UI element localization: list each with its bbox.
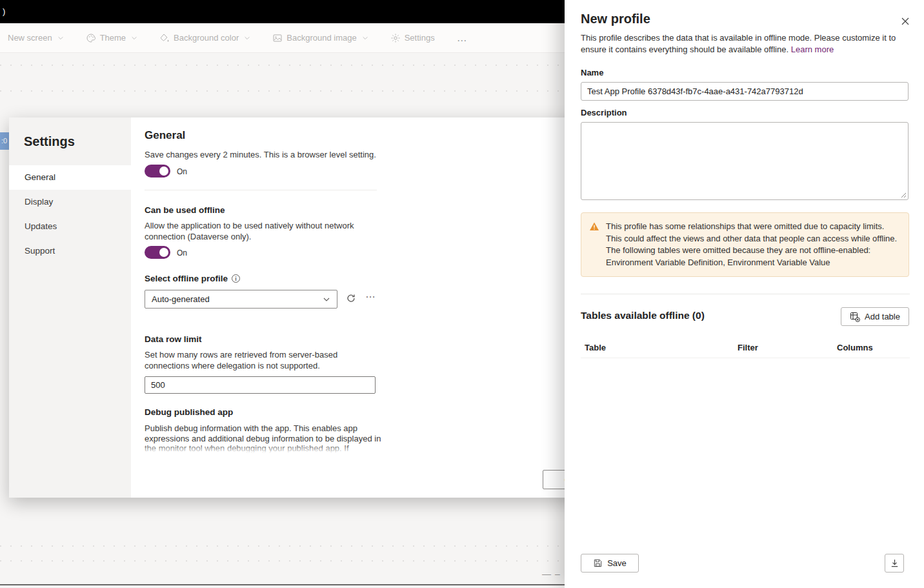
chevron-down-icon	[57, 35, 64, 41]
settings-label: Settings	[405, 33, 435, 43]
debug-app-description-clip: Publish debug information with the app. …	[145, 423, 383, 453]
warning-text: This profile has some relationships that…	[606, 221, 898, 269]
chevron-down-icon	[362, 35, 368, 41]
learn-more-link[interactable]: Learn more	[791, 45, 834, 54]
new-screen-label: New screen	[8, 33, 52, 43]
settings-button[interactable]: Settings	[390, 33, 435, 43]
new-profile-panel: New profile This profile describes the d…	[565, 0, 924, 588]
close-icon	[901, 17, 910, 26]
offline-toggle[interactable]	[145, 246, 170, 259]
panel-title: New profile	[581, 12, 650, 26]
data-row-limit-input[interactable]	[145, 376, 376, 394]
background-color-label: Background color	[174, 33, 239, 43]
data-row-limit-description: Set how many rows are retrieved from ser…	[145, 350, 357, 371]
zoom-out-icon[interactable]: —	[542, 569, 551, 579]
chevron-down-icon	[131, 35, 137, 41]
background-image-label: Background image	[286, 33, 356, 43]
offline-profile-selected-value: Auto-generated	[152, 294, 210, 304]
offline-toggle-state: On	[177, 248, 187, 258]
column-header-filter: Filter	[738, 343, 758, 352]
table-header-divider	[581, 358, 910, 358]
background-color-button[interactable]: Background color	[159, 33, 250, 43]
info-icon[interactable]: i	[232, 274, 240, 283]
save-profile-button[interactable]: Save	[581, 554, 639, 573]
background-image-button[interactable]: Background image	[272, 33, 368, 43]
settings-nav-updates[interactable]: Updates	[9, 214, 131, 239]
debug-app-description: Publish debug information with the app. …	[145, 423, 383, 453]
offline-profile-dropdown[interactable]: Auto-generated	[145, 290, 337, 309]
settings-nav-support[interactable]: Support	[9, 239, 131, 263]
download-profile-button[interactable]	[885, 554, 904, 573]
name-label: Name	[581, 68, 603, 77]
offline-description: Allow the application to be used nativel…	[145, 221, 367, 242]
column-header-table: Table	[585, 343, 606, 352]
description-label: Description	[581, 108, 627, 117]
offline-section-title: Can be used offline	[145, 205, 225, 215]
canvas-zoom-controls[interactable]: —–	[542, 569, 564, 579]
chevron-down-icon	[244, 35, 250, 41]
data-row-limit-title: Data row limit	[145, 334, 202, 344]
theme-icon	[86, 33, 96, 43]
add-table-button[interactable]: Add table	[841, 307, 909, 326]
autosave-toggle[interactable]	[145, 165, 170, 177]
save-icon	[593, 558, 603, 568]
app-window: ) New screen Theme Background color Back…	[0, 0, 924, 588]
column-header-columns: Columns	[837, 343, 873, 352]
add-table-label: Add table	[865, 312, 900, 321]
refresh-profiles-button[interactable]	[346, 293, 356, 305]
tables-available-heading: Tables available offline (0)	[581, 310, 705, 321]
offline-profile-label-text: Select offline profile	[145, 274, 228, 283]
debug-app-title: Debug published app	[145, 407, 233, 417]
section-divider	[145, 190, 377, 190]
panel-intro-text: This profile describes the data that is …	[581, 32, 902, 56]
profile-name-input[interactable]	[581, 82, 909, 101]
refresh-icon	[346, 293, 356, 303]
zoom-tick: –	[555, 569, 560, 579]
profile-more-options-button[interactable]: …	[365, 289, 376, 300]
download-icon	[890, 558, 899, 568]
tree-selected-item-fragment[interactable]: :0	[0, 132, 10, 150]
capacity-warning-banner: This profile has some relationships that…	[581, 212, 909, 277]
settings-nav-general[interactable]: General	[9, 165, 131, 190]
overflow-ellipsis: …	[457, 32, 468, 44]
settings-dialog: Settings General Display Updates Support…	[9, 117, 590, 498]
offline-profile-label: Select offline profilei	[145, 274, 240, 283]
settings-nav-display[interactable]: Display	[9, 190, 131, 214]
general-section-heading: General	[145, 129, 185, 142]
gear-icon	[390, 33, 401, 43]
theme-button[interactable]: Theme	[86, 33, 137, 43]
settings-dialog-title: Settings	[24, 134, 75, 149]
panel-section-divider	[581, 294, 910, 294]
title-text-fragment: )	[3, 6, 5, 16]
toolbar-overflow-button[interactable]: …	[457, 32, 468, 44]
panel-close-button[interactable]	[899, 15, 912, 28]
profile-description-field	[581, 122, 909, 200]
intro-text: This profile describes the data that is …	[581, 33, 896, 54]
profile-description-input[interactable]	[581, 123, 908, 199]
new-screen-button[interactable]: New screen	[8, 33, 64, 43]
autosave-description: Save changes every 2 minutes. This is a …	[145, 150, 390, 161]
paint-bucket-icon	[159, 33, 170, 43]
table-add-icon	[850, 312, 860, 322]
autosave-toggle-state: On	[177, 167, 187, 176]
chevron-down-icon	[323, 296, 330, 303]
more-ellipsis: …	[365, 289, 376, 299]
warning-icon	[589, 221, 599, 232]
save-button-label: Save	[607, 558, 627, 568]
theme-label: Theme	[100, 33, 126, 43]
image-icon	[272, 33, 283, 43]
